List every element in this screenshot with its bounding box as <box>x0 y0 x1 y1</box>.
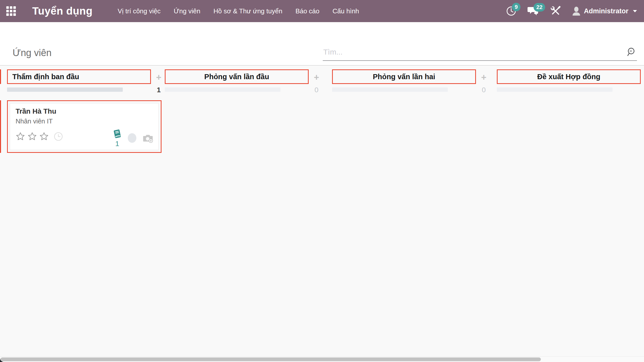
user-menu[interactable]: Administrator <box>572 6 637 16</box>
menu-reporting[interactable]: Báo cáo <box>295 7 319 15</box>
search-input[interactable] <box>323 47 637 61</box>
column-count: 0 <box>310 86 323 94</box>
scrollbar-thumb[interactable] <box>1 357 541 361</box>
annotation-box-edge <box>0 100 1 153</box>
card-right-icons: 1 <box>113 129 153 144</box>
menu-configuration[interactable]: Cấu hình <box>333 7 359 15</box>
column-progressbar[interactable] <box>497 87 613 92</box>
column-title: Đề xuất Hợp đồng <box>537 73 600 81</box>
menu-applicants[interactable]: Ứng viên <box>174 7 200 15</box>
column-count: 1 <box>152 86 165 94</box>
kanban-column-de-xuat-hop-dong: Đề xuất Hợp đồng <box>497 69 641 92</box>
column-progress-row: 0 <box>165 87 309 92</box>
star-icon[interactable] <box>39 132 49 141</box>
column-title: Thẩm định ban đầu <box>8 73 79 81</box>
column-progress-row: 1 <box>7 87 151 92</box>
column-progressbar[interactable] <box>165 87 280 92</box>
column-header-annotation-box: Đề xuất Hợp đồng <box>497 69 641 84</box>
chat-badge: 22 <box>534 3 545 12</box>
column-add-button[interactable]: + <box>477 73 490 82</box>
caret-down-icon <box>633 10 637 12</box>
activity-clock-icon[interactable] <box>54 132 63 141</box>
column-add-button[interactable]: + <box>152 73 165 82</box>
page-title: Ứng viên <box>13 48 52 58</box>
activity-badge: 9 <box>512 3 520 11</box>
column-progress-row <box>497 87 641 92</box>
column-count: 0 <box>477 86 490 94</box>
avatar-icon <box>572 6 581 16</box>
systray: 9 22 <box>506 6 644 16</box>
user-name: Administrator <box>584 7 628 15</box>
priority-stars <box>16 132 63 141</box>
log-note-count: 1 <box>115 140 119 148</box>
log-note-indicator[interactable]: 1 <box>113 129 122 148</box>
column-header-annotation-box: Phỏng vấn lần hai <box>332 69 476 84</box>
column-title: Phỏng vấn lần hai <box>373 73 435 81</box>
tools-menu-button[interactable] <box>550 6 561 16</box>
column-progressbar[interactable] <box>7 87 123 92</box>
recruitment-kanban-screen: Tuyển dụng Vị trí công việc Ứng viên Hồ … <box>0 0 644 362</box>
column-title: Phỏng vấn lần đầu <box>204 73 269 81</box>
column-add-button[interactable]: + <box>310 73 323 82</box>
kanban-column-tham-dinh-ban-dau: Thẩm định ban đầu + 1 Trần Hà Thu Nhân v… <box>7 69 151 153</box>
column-progress-row: 0 <box>332 87 476 92</box>
kanban-board: Thẩm định ban đầu + 1 Trần Hà Thu Nhân v… <box>0 66 644 356</box>
star-icon[interactable] <box>27 132 37 141</box>
kanban-column-phong-van-lan-dau: Phỏng vấn lần đầu + 0 <box>165 69 309 92</box>
activity-menu-button[interactable]: 9 <box>506 6 516 16</box>
messaging-menu-button[interactable]: 22 <box>528 6 539 16</box>
add-photo-camera-icon[interactable] <box>142 134 153 143</box>
horizontal-scrollbar[interactable] <box>0 356 644 362</box>
card-annotation-box: Trần Hà Thu Nhân viên IT <box>7 100 162 153</box>
column-header-annotation-box: Phỏng vấn lần đầu <box>165 69 309 84</box>
candidate-role: Nhân viên IT <box>16 117 153 125</box>
navbar: Tuyển dụng Vị trí công việc Ứng viên Hồ … <box>0 0 644 22</box>
avatar-placeholder <box>128 133 136 143</box>
column-progressbar[interactable] <box>332 87 448 92</box>
kanban-column-phong-van-lan-hai: Phỏng vấn lần hai + 0 <box>332 69 476 92</box>
search-bar <box>323 47 637 61</box>
menu-job-positions[interactable]: Vị trí công việc <box>118 7 161 15</box>
card-footer: 1 <box>16 129 153 144</box>
candidate-name: Trần Hà Thu <box>16 107 153 115</box>
search-icon[interactable] <box>627 47 637 57</box>
annotation-box-edge <box>0 69 1 84</box>
book-icon <box>113 129 122 139</box>
app-title[interactable]: Tuyển dụng <box>32 5 93 17</box>
control-panel: Ứng viên TẠO NHẬP Các bộ lọc <box>0 22 644 66</box>
apps-grid-icon <box>6 6 16 16</box>
kanban-card[interactable]: Trần Hà Thu Nhân viên IT <box>10 103 159 150</box>
star-icon[interactable] <box>16 132 25 141</box>
tools-icon <box>550 6 561 16</box>
menu-resumes-letters[interactable]: Hồ sơ & Thư ứng tuyển <box>213 7 282 15</box>
apps-menu-button[interactable] <box>0 0 22 22</box>
nav-menus: Vị trí công việc Ứng viên Hồ sơ & Thư ứn… <box>118 7 359 15</box>
column-header-annotation-box: Thẩm định ban đầu <box>7 69 151 84</box>
